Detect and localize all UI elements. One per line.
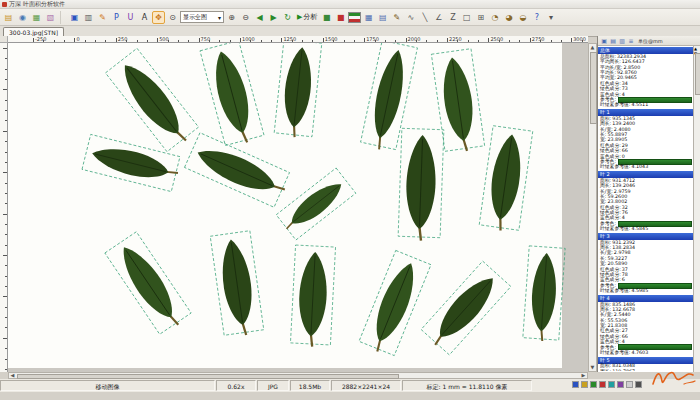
chevron-down-icon: ▾ (218, 14, 221, 21)
status-tool-icon[interactable] (635, 381, 642, 388)
status-calibration: 标定: 1 mm = 11.8110 像素 (402, 380, 532, 391)
more-dropdown-icon[interactable]: ▾ (544, 11, 557, 24)
grid-icon[interactable]: ▦ (362, 11, 375, 24)
scroll-down-icon[interactable]: ▼ (589, 364, 596, 371)
zoom-in-icon[interactable]: ⊕ (225, 11, 238, 24)
ruler-minor-tick (416, 40, 417, 42)
refresh-icon[interactable]: ↻ (281, 11, 294, 24)
ruler-minor-tick (178, 40, 179, 42)
measurement-value: 4.7603 (631, 350, 648, 356)
curve-tool-icon[interactable]: ∿ (404, 11, 417, 24)
ruler-tick (281, 38, 282, 42)
print-icon[interactable]: ▥ (82, 11, 95, 24)
report-icon[interactable]: ▤ (376, 11, 389, 24)
measurement-label: 周长: (600, 369, 611, 371)
pan-hand-icon[interactable]: ✥ (152, 11, 165, 24)
main-toolbar: ▤◉▦▧▣▥✎PUA✥⊙显示全图▾⊕⊖◀▶↻▶分析■■▦▤✎∿╲∠Z□⊞◔◕◒?… (0, 9, 700, 26)
pie3-tool-icon[interactable]: ◒ (516, 11, 529, 24)
vertical-scrollbar[interactable]: ▲ ▼ (588, 43, 597, 372)
vruler-tick (5, 317, 7, 318)
prev-image-icon[interactable]: ◀ (253, 11, 266, 24)
status-tool-icon[interactable] (590, 381, 597, 388)
flag-icon[interactable] (348, 12, 361, 23)
scroll-right-icon[interactable]: ▶ (580, 373, 587, 378)
help-icon[interactable]: ? (530, 11, 543, 24)
measurement-row: 叶绿素参考值:4.1043 (598, 164, 694, 169)
panel-scrollbar[interactable]: ▲ ▼ (693, 46, 700, 372)
ruler-minor-tick (582, 40, 583, 42)
pencil-icon[interactable]: ✎ (390, 11, 403, 24)
leaf-sample-icon[interactable]: ■ (320, 11, 333, 24)
zoom-tool-icon[interactable]: ⊙ (166, 11, 179, 24)
vscroll-thumb[interactable] (590, 52, 597, 124)
measurement-list[interactable]: 总体总面积:32383.2934平均周长:126.6437平均长/宽:2.850… (598, 46, 694, 371)
ruler-minor-tick (478, 40, 479, 42)
open-image-icon[interactable]: ▤ (2, 11, 15, 24)
ruler-label: 1500 (325, 36, 338, 42)
ruler-tick (364, 38, 365, 42)
ruler-minor-tick (437, 40, 438, 42)
panel-scroll-thumb[interactable] (695, 53, 700, 95)
rect-tool-icon[interactable]: □ (460, 11, 473, 24)
ruler-minor-tick (499, 40, 500, 42)
scan-icon[interactable]: ▦ (30, 11, 43, 24)
scroll-up-icon[interactable]: ▲ (589, 44, 596, 51)
ruler-minor-tick (188, 40, 189, 42)
list-icon[interactable]: ≡ (627, 37, 635, 45)
analyze-button[interactable]: ▶分析 (295, 11, 319, 24)
a-tool-icon[interactable]: A (138, 11, 151, 24)
pie-tool-icon[interactable]: ◔ (488, 11, 501, 24)
pen-icon[interactable]: ✎ (96, 11, 109, 24)
ruler-minor-tick (209, 40, 210, 42)
status-tool-icon[interactable] (608, 381, 615, 388)
status-tool-icon[interactable] (572, 381, 579, 388)
vruler-tick (5, 286, 7, 287)
ruler-minor-tick (250, 40, 251, 42)
vruler-tick (3, 338, 7, 339)
status-tool-icon[interactable] (581, 381, 588, 388)
ruler-tick (240, 38, 241, 42)
view-dropdown[interactable]: 显示全图▾ (180, 11, 224, 23)
ruler-tick (488, 38, 489, 42)
measurement-row: 叶绿素参考值:4.7603 (598, 350, 694, 355)
ruler-corner (0, 36, 8, 43)
vendor-signature-logo (650, 366, 698, 390)
scroll-left-icon[interactable]: ◀ (9, 373, 16, 378)
marker-icon[interactable]: ■ (334, 11, 347, 24)
angle-tool-icon[interactable]: ∠ (432, 11, 445, 24)
ruler-minor-tick (95, 40, 96, 42)
ruler-minor-tick (333, 40, 334, 42)
status-tool-icon[interactable] (617, 381, 624, 388)
import-icon[interactable]: ▧ (44, 11, 57, 24)
save-data-icon[interactable]: ▤ (609, 37, 617, 45)
status-tool-icon[interactable] (626, 381, 633, 388)
bottom-strip (0, 392, 700, 400)
line-tool-icon[interactable]: ╲ (418, 11, 431, 24)
camera-icon[interactable]: ◉ (16, 11, 29, 24)
horizontal-scrollbar[interactable]: ◀ ▶ (8, 372, 588, 379)
measurement-label: 叶绿素参考值: (600, 350, 630, 356)
vruler-tick (5, 224, 7, 225)
z-tool-icon[interactable]: Z (446, 11, 459, 24)
next-image-icon[interactable]: ▶ (267, 11, 280, 24)
copy-icon[interactable]: ▣ (600, 37, 608, 45)
ruler-minor-tick (385, 40, 386, 42)
status-zoom: 0.62x (216, 380, 256, 391)
zoom-out-icon[interactable]: ⊖ (239, 11, 252, 24)
p-tool-icon[interactable]: P (110, 11, 123, 24)
image-canvas[interactable] (8, 43, 588, 372)
ruler-tick (323, 38, 324, 42)
pie2-tool-icon[interactable]: ◕ (502, 11, 515, 24)
ruler-minor-tick (230, 40, 231, 42)
vruler-tick (5, 58, 7, 59)
status-tool-icon[interactable] (599, 381, 606, 388)
grid-select-icon[interactable]: ⊞ (474, 11, 487, 24)
window-title: 万深 叶面积分析软件 (9, 0, 65, 9)
ruler-minor-tick (292, 40, 293, 42)
measurement-value: 4.5511 (631, 102, 648, 108)
ruler-minor-tick (137, 40, 138, 42)
ruler-minor-tick (64, 40, 65, 42)
save-icon[interactable]: ▣ (68, 11, 81, 24)
print-data-icon[interactable]: ▥ (618, 37, 626, 45)
u-tool-icon[interactable]: U (124, 11, 137, 24)
